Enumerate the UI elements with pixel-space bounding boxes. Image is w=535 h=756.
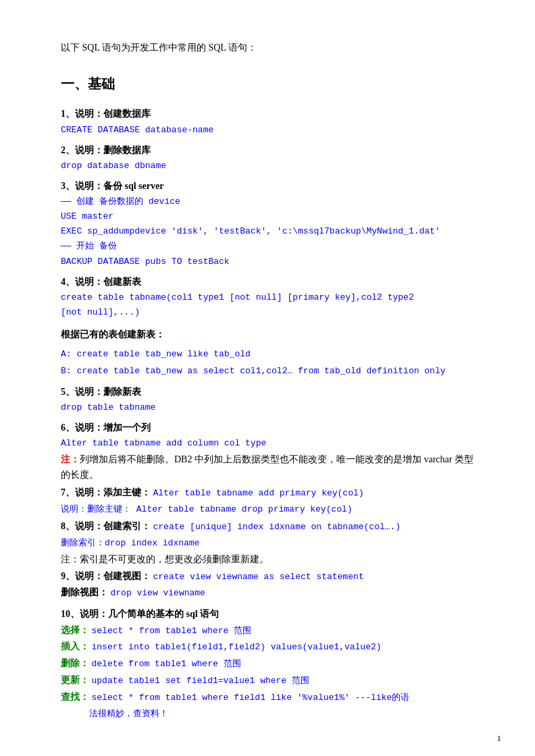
item-3-code-5: BACKUP DATABASE pubs TO testBack xyxy=(61,254,481,269)
item-3-code-3: EXEC sp_addumpdevice 'disk', 'testBack',… xyxy=(61,224,481,239)
intro-text: 以下 SQL 语句为开发工作中常用的 SQL 语句： xyxy=(61,40,481,55)
item-8-drop: 删除索引：drop index idxname xyxy=(61,535,481,551)
item-10-select: 选择： select * from table1 where 范围 xyxy=(61,622,481,639)
item-6-note: 注：列增加后将不能删除。DB2 中列加上后数据类型也不能改变，唯一能改变的是增加… xyxy=(61,452,481,484)
item-10-update: 更新： update table1 set field1=value1 wher… xyxy=(61,672,481,689)
item-10: 10、说明：几个简单的基本的 sql 语句 选择： select * from … xyxy=(61,605,481,723)
page-number: 1 xyxy=(497,733,502,744)
item-3: 3、说明：备份 sql server —— 创建 备份数据的 device US… xyxy=(61,178,481,269)
item-5: 5、说明：删除新表 drop table tabname xyxy=(61,383,481,415)
item-6-label: 6、说明：增加一个列 xyxy=(61,419,481,436)
page-container: 以下 SQL 语句为开发工作中常用的 SQL 语句： 一、基础 1、说明：创建数… xyxy=(0,0,535,756)
item-2-label: 2、说明：删除数据库 xyxy=(61,142,481,159)
item-2: 2、说明：删除数据库 drop database dbname xyxy=(61,142,481,173)
item-3-code-4: —— 开始 备份 xyxy=(61,239,481,254)
item-9: 9、说明：创建视图： create view viewname as selec… xyxy=(61,568,481,601)
item-1: 1、说明：创建数据库 CREATE DATABASE database-name xyxy=(61,105,481,137)
sub-item-b: B: create table tab_new as select col1,c… xyxy=(61,362,481,379)
item-2-code: drop database dbname xyxy=(61,159,481,173)
item-7-drop: 说明：删除主键： Alter table tabname drop primar… xyxy=(61,501,481,517)
item-1-code: CREATE DATABASE database-name xyxy=(61,123,481,138)
item-7: 7、说明：添加主键： Alter table tabname add prima… xyxy=(61,485,481,517)
sub-section-label: 根据已有的表创建新表： xyxy=(61,327,481,344)
item-10-delete: 删除： delete from table1 where 范围 xyxy=(61,655,481,672)
item-8-content: 8、说明：创建索引： create [unique] index idxname… xyxy=(61,518,481,535)
item-6: 6、说明：增加一个列 Alter table tabname add colum… xyxy=(61,419,481,483)
item-5-code: drop table tabname xyxy=(61,400,481,415)
item-9-drop: 删除视图： drop view viewname xyxy=(61,585,481,601)
item-10-label: 10、说明：几个简单的基本的 sql 语句 xyxy=(61,605,481,622)
section-title: 一、基础 xyxy=(61,74,481,93)
item-4: 4、说明：创建新表 create table tabname(col1 type… xyxy=(61,273,481,320)
item-6-code: Alter table tabname add column col type xyxy=(61,436,481,451)
item-8-note: 注：索引是不可更改的，想更改必须删除重新建。 xyxy=(61,551,481,568)
item-3-code-1: —— 创建 备份数据的 device xyxy=(61,194,481,209)
item-9-content: 9、说明：创建视图： create view viewname as selec… xyxy=(61,568,481,585)
item-10-insert: 插入： insert into table1(field1,field2) va… xyxy=(61,639,481,655)
item-8: 8、说明：创建索引： create [unique] index idxname… xyxy=(61,518,481,567)
item-10-find-cont: 法很精妙，查资料！ xyxy=(61,705,481,722)
item-5-label: 5、说明：删除新表 xyxy=(61,383,481,400)
item-4-label: 4、说明：创建新表 xyxy=(61,273,481,290)
sub-item-a: A: create table tab_new like tab_old xyxy=(61,346,481,362)
item-1-label: 1、说明：创建数据库 xyxy=(61,105,481,122)
item-3-label: 3、说明：备份 sql server xyxy=(61,178,481,194)
sub-section: 根据已有的表创建新表： A: create table tab_new like… xyxy=(61,327,481,379)
item-10-find: 查找： select * from table1 where field1 li… xyxy=(61,689,481,706)
item-7-content: 7、说明：添加主键： Alter table tabname add prima… xyxy=(61,485,481,501)
item-3-code-2: USE master xyxy=(61,209,481,224)
item-4-code: create table tabname(col1 type1 [not nul… xyxy=(61,290,481,320)
